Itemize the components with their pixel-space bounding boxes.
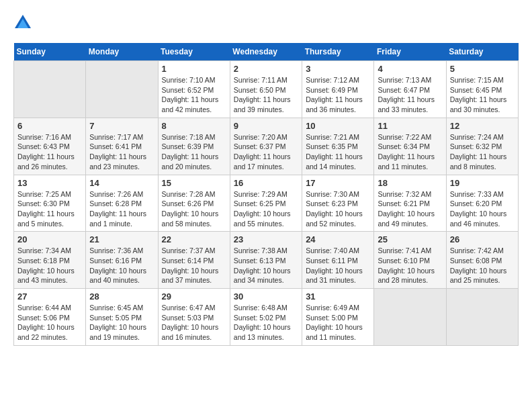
day-number: 28 — [89, 291, 154, 302]
day-info: Sunrise: 7:25 AM Sunset: 6:30 PM Dayligh… — [17, 189, 82, 229]
calendar-cell: 2Sunrise: 7:11 AM Sunset: 6:50 PM Daylig… — [230, 61, 302, 118]
calendar-cell: 21Sunrise: 7:36 AM Sunset: 6:16 PM Dayli… — [86, 232, 158, 289]
calendar-cell: 1Sunrise: 7:10 AM Sunset: 6:52 PM Daylig… — [158, 61, 230, 118]
day-info: Sunrise: 7:38 AM Sunset: 6:13 PM Dayligh… — [234, 246, 298, 285]
calendar-cell: 7Sunrise: 7:17 AM Sunset: 6:41 PM Daylig… — [86, 118, 158, 175]
day-info: Sunrise: 7:41 AM Sunset: 6:10 PM Dayligh… — [378, 246, 442, 285]
day-info: Sunrise: 7:18 AM Sunset: 6:39 PM Dayligh… — [162, 132, 226, 172]
day-info: Sunrise: 7:17 AM Sunset: 6:41 PM Dayligh… — [89, 132, 154, 172]
day-number: 2 — [234, 64, 298, 74]
day-number: 23 — [234, 234, 298, 244]
day-number: 31 — [306, 291, 370, 302]
calendar-cell — [14, 61, 86, 118]
day-info: Sunrise: 7:26 AM Sunset: 6:28 PM Dayligh… — [89, 189, 154, 229]
day-info: Sunrise: 7:34 AM Sunset: 6:18 PM Dayligh… — [17, 246, 82, 285]
day-number: 27 — [17, 291, 82, 302]
calendar-cell: 15Sunrise: 7:28 AM Sunset: 6:26 PM Dayli… — [158, 175, 230, 232]
header-day-monday: Monday — [86, 43, 158, 61]
calendar-cell: 11Sunrise: 7:22 AM Sunset: 6:34 PM Dayli… — [374, 118, 446, 175]
calendar-cell: 20Sunrise: 7:34 AM Sunset: 6:18 PM Dayli… — [14, 232, 86, 289]
day-number: 19 — [450, 178, 515, 188]
header-day-saturday: Saturday — [446, 43, 518, 61]
day-number: 20 — [17, 234, 82, 244]
calendar-cell: 13Sunrise: 7:25 AM Sunset: 6:30 PM Dayli… — [14, 175, 86, 232]
calendar-cell — [374, 289, 446, 346]
day-number: 6 — [17, 121, 82, 131]
day-info: Sunrise: 6:49 AM Sunset: 5:00 PM Dayligh… — [306, 303, 370, 342]
calendar-cell: 25Sunrise: 7:41 AM Sunset: 6:10 PM Dayli… — [374, 232, 446, 289]
header-day-thursday: Thursday — [302, 43, 374, 61]
calendar-cell: 23Sunrise: 7:38 AM Sunset: 6:13 PM Dayli… — [230, 232, 302, 289]
day-info: Sunrise: 6:48 AM Sunset: 5:02 PM Dayligh… — [234, 303, 298, 342]
calendar-cell: 12Sunrise: 7:24 AM Sunset: 6:32 PM Dayli… — [446, 118, 518, 175]
day-number: 5 — [450, 64, 515, 74]
calendar-cell: 6Sunrise: 7:16 AM Sunset: 6:43 PM Daylig… — [14, 118, 86, 175]
calendar-week-3: 13Sunrise: 7:25 AM Sunset: 6:30 PM Dayli… — [14, 175, 519, 232]
calendar-cell: 10Sunrise: 7:21 AM Sunset: 6:35 PM Dayli… — [302, 118, 374, 175]
day-info: Sunrise: 7:20 AM Sunset: 6:37 PM Dayligh… — [234, 132, 298, 172]
day-info: Sunrise: 7:36 AM Sunset: 6:16 PM Dayligh… — [89, 246, 154, 285]
header-day-tuesday: Tuesday — [158, 43, 230, 61]
header-day-wednesday: Wednesday — [230, 43, 302, 61]
day-info: Sunrise: 7:24 AM Sunset: 6:32 PM Dayligh… — [450, 132, 515, 172]
day-info: Sunrise: 7:42 AM Sunset: 6:08 PM Dayligh… — [450, 246, 515, 285]
day-info: Sunrise: 7:33 AM Sunset: 6:20 PM Dayligh… — [450, 189, 515, 229]
calendar-cell: 22Sunrise: 7:37 AM Sunset: 6:14 PM Dayli… — [158, 232, 230, 289]
calendar-cell: 4Sunrise: 7:13 AM Sunset: 6:47 PM Daylig… — [374, 61, 446, 118]
day-number: 17 — [306, 178, 370, 188]
day-number: 11 — [378, 121, 442, 131]
calendar-week-5: 27Sunrise: 6:44 AM Sunset: 5:06 PM Dayli… — [14, 289, 519, 346]
calendar-cell: 31Sunrise: 6:49 AM Sunset: 5:00 PM Dayli… — [302, 289, 374, 346]
day-info: Sunrise: 6:44 AM Sunset: 5:06 PM Dayligh… — [17, 303, 82, 342]
day-info: Sunrise: 7:13 AM Sunset: 6:47 PM Dayligh… — [378, 75, 442, 115]
calendar-table: SundayMondayTuesdayWednesdayThursdayFrid… — [13, 43, 519, 346]
day-number: 13 — [17, 178, 82, 188]
logo — [13, 13, 35, 32]
day-number: 1 — [162, 64, 226, 74]
calendar-cell: 3Sunrise: 7:12 AM Sunset: 6:49 PM Daylig… — [302, 61, 374, 118]
header-row: SundayMondayTuesdayWednesdayThursdayFrid… — [14, 43, 519, 61]
calendar-cell: 9Sunrise: 7:20 AM Sunset: 6:37 PM Daylig… — [230, 118, 302, 175]
day-number: 21 — [89, 234, 154, 244]
header-day-sunday: Sunday — [14, 43, 86, 61]
calendar-cell: 17Sunrise: 7:30 AM Sunset: 6:23 PM Dayli… — [302, 175, 374, 232]
day-number: 8 — [162, 121, 226, 131]
calendar-cell: 16Sunrise: 7:29 AM Sunset: 6:25 PM Dayli… — [230, 175, 302, 232]
day-info: Sunrise: 7:12 AM Sunset: 6:49 PM Dayligh… — [306, 75, 370, 115]
day-number: 4 — [378, 64, 442, 74]
calendar-week-2: 6Sunrise: 7:16 AM Sunset: 6:43 PM Daylig… — [14, 118, 519, 175]
calendar-cell: 19Sunrise: 7:33 AM Sunset: 6:20 PM Dayli… — [446, 175, 518, 232]
calendar-cell: 8Sunrise: 7:18 AM Sunset: 6:39 PM Daylig… — [158, 118, 230, 175]
day-info: Sunrise: 7:15 AM Sunset: 6:45 PM Dayligh… — [450, 75, 515, 115]
calendar-cell: 26Sunrise: 7:42 AM Sunset: 6:08 PM Dayli… — [446, 232, 518, 289]
day-number: 15 — [162, 178, 226, 188]
day-info: Sunrise: 7:21 AM Sunset: 6:35 PM Dayligh… — [306, 132, 370, 172]
calendar-header: SundayMondayTuesdayWednesdayThursdayFrid… — [14, 43, 519, 61]
calendar-cell: 30Sunrise: 6:48 AM Sunset: 5:02 PM Dayli… — [230, 289, 302, 346]
day-number: 25 — [378, 234, 442, 244]
day-number: 14 — [89, 178, 154, 188]
day-info: Sunrise: 7:28 AM Sunset: 6:26 PM Dayligh… — [162, 189, 226, 229]
day-number: 26 — [450, 234, 515, 244]
day-number: 30 — [234, 291, 298, 302]
day-number: 9 — [234, 121, 298, 131]
calendar-week-4: 20Sunrise: 7:34 AM Sunset: 6:18 PM Dayli… — [14, 232, 519, 289]
calendar-cell: 24Sunrise: 7:40 AM Sunset: 6:11 PM Dayli… — [302, 232, 374, 289]
day-info: Sunrise: 7:10 AM Sunset: 6:52 PM Dayligh… — [162, 75, 226, 115]
day-info: Sunrise: 7:29 AM Sunset: 6:25 PM Dayligh… — [234, 189, 298, 229]
calendar-cell: 5Sunrise: 7:15 AM Sunset: 6:45 PM Daylig… — [446, 61, 518, 118]
day-number: 29 — [162, 291, 226, 302]
calendar-cell: 14Sunrise: 7:26 AM Sunset: 6:28 PM Dayli… — [86, 175, 158, 232]
calendar-body: 1Sunrise: 7:10 AM Sunset: 6:52 PM Daylig… — [14, 61, 519, 346]
day-info: Sunrise: 7:30 AM Sunset: 6:23 PM Dayligh… — [306, 189, 370, 229]
day-number: 7 — [89, 121, 154, 131]
calendar-cell — [86, 61, 158, 118]
day-number: 18 — [378, 178, 442, 188]
day-info: Sunrise: 7:32 AM Sunset: 6:21 PM Dayligh… — [378, 189, 442, 229]
day-number: 12 — [450, 121, 515, 131]
calendar-cell: 18Sunrise: 7:32 AM Sunset: 6:21 PM Dayli… — [374, 175, 446, 232]
calendar-cell: 28Sunrise: 6:45 AM Sunset: 5:05 PM Dayli… — [86, 289, 158, 346]
day-info: Sunrise: 7:37 AM Sunset: 6:14 PM Dayligh… — [162, 246, 226, 285]
day-info: Sunrise: 7:16 AM Sunset: 6:43 PM Dayligh… — [17, 132, 82, 172]
day-info: Sunrise: 6:47 AM Sunset: 5:03 PM Dayligh… — [162, 303, 226, 342]
